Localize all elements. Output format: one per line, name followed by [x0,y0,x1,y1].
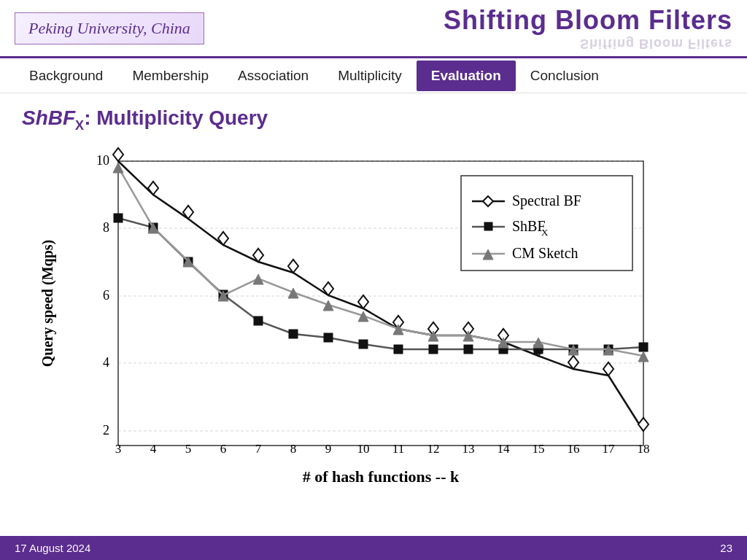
shbf-square-8 [289,330,298,338]
x-tick-18: 18 [638,442,650,456]
shbf-square-3 [114,214,123,222]
x-tick-13: 13 [462,442,475,456]
shbf-square-13 [464,345,473,354]
nav-membership[interactable]: Membership [117,61,223,91]
x-tick-6: 6 [220,442,227,456]
reflected-title: Shifting Bloom Filters [444,36,732,51]
y-tick-2: 2 [103,423,109,438]
x-tick-11: 11 [392,442,404,456]
nav-association[interactable]: Association [223,61,323,91]
x-tick-17: 17 [603,442,616,456]
y-axis-label: Query speed (Mqps) [39,239,56,366]
chart-svg: Query speed (Mqps) 2 4 6 8 10 3 4 5 6 7 … [31,147,716,504]
nav-evaluation[interactable]: Evaluation [417,61,516,91]
x-tick-9: 9 [325,442,332,456]
shbf-square-7 [254,316,263,325]
shbf-square-12 [429,345,438,354]
x-tick-5: 5 [185,442,192,456]
x-tick-12: 12 [427,442,440,456]
y-tick-6: 6 [103,288,109,303]
legend-cm-label: CM Sketch [512,245,578,261]
spectral-diamond-3 [113,148,123,161]
nav-conclusion[interactable]: Conclusion [516,61,614,91]
y-tick-10: 10 [96,153,109,168]
legend-shbf-label: ShBF [512,218,546,234]
header: Peking University, China Shifting Bloom … [0,0,747,58]
y-tick-4: 4 [103,355,109,370]
legend-spectral-label: Spectral BF [512,192,581,209]
legend-shbf-square [484,222,492,230]
shbf-label: ShBFX [22,106,84,129]
navbar: Background Membership Association Multip… [0,58,747,93]
x-tick-15: 15 [533,442,545,456]
x-tick-7: 7 [255,442,262,456]
title-colon: : Multiplicity Query [84,106,268,129]
shbf-square-10 [359,340,368,349]
y-tick-8: 8 [103,220,109,235]
main-title: Shifting Bloom Filters [444,5,732,35]
x-tick-16: 16 [568,442,580,456]
x-tick-10: 10 [357,442,370,456]
x-tick-3: 3 [115,442,122,456]
x-tick-14: 14 [498,442,511,456]
nav-background[interactable]: Background [15,61,117,91]
x-tick-4: 4 [150,442,157,456]
footer-date: 17 August 2024 [15,542,90,554]
x-tick-8: 8 [290,442,297,456]
footer-page: 23 [720,542,732,554]
page-title: ShBFX: Multiplicity Query [0,93,747,139]
chart-container: Query speed (Mqps) 2 4 6 8 10 3 4 5 6 7 … [22,147,725,504]
x-axis-label: # of hash functions -- k [303,467,460,486]
shbf-square-9 [324,333,333,342]
title-box: Shifting Bloom Filters Shifting Bloom Fi… [444,5,732,51]
footer: 17 August 2024 23 [0,536,747,560]
logo: Peking University, China [15,12,204,44]
shbf-square-11 [394,345,403,354]
nav-multiplicity[interactable]: Multiplicity [323,61,417,91]
legend-shbf-sub: X [541,227,549,238]
shbf-square-18 [639,343,648,351]
